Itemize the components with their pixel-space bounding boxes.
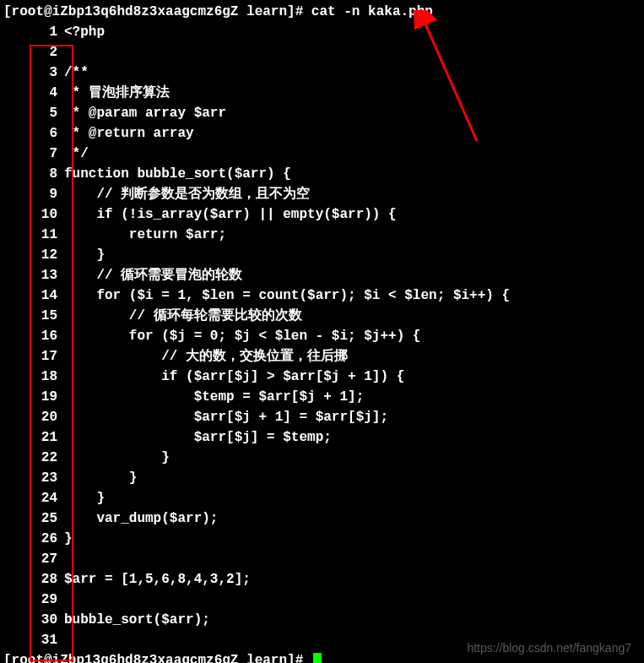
- line-number: 22: [3, 448, 64, 468]
- code-line: 15 // 循环每轮需要比较的次数: [3, 306, 641, 326]
- code-line: 2: [3, 42, 641, 62]
- code-content: /**: [64, 62, 641, 83]
- line-number: 21: [3, 427, 64, 448]
- code-line: 1<?php: [3, 22, 641, 42]
- code-content: * @return array: [64, 123, 641, 144]
- code-content: }: [64, 468, 641, 488]
- line-number: 5: [3, 103, 64, 123]
- code-content: function bubble_sort($arr) {: [64, 164, 641, 184]
- code-line: 23 }: [3, 468, 641, 488]
- line-number: 16: [3, 326, 64, 346]
- terminal-window: [root@iZbp13q6hd8z3xaagcmz6gZ learn]# ca…: [0, 0, 644, 663]
- line-number: 6: [3, 123, 64, 144]
- code-content: // 大的数，交换位置，往后挪: [64, 346, 641, 367]
- line-number: 24: [3, 488, 64, 508]
- code-content: if (!is_array($arr) || empty($arr)) {: [64, 204, 641, 225]
- code-content: bubble_sort($arr);: [64, 610, 641, 630]
- code-content: * 冒泡排序算法: [64, 83, 641, 103]
- code-line: 16 for ($j = 0; $j < $len - $i; $j++) {: [3, 326, 641, 346]
- terminal-cursor: [313, 653, 322, 664]
- code-content: return $arr;: [64, 225, 641, 245]
- code-line: 11 return $arr;: [3, 225, 641, 245]
- code-line: 7 */: [3, 144, 641, 164]
- code-output: 1<?php23/**4 * 冒泡排序算法5 * @param array $a…: [3, 22, 641, 650]
- line-number: 14: [3, 285, 64, 306]
- prompt-top: [root@iZbp13q6hd8z3xaagcmz6gZ learn]# ca…: [3, 2, 641, 22]
- code-line: 26}: [3, 529, 641, 549]
- code-line: 4 * 冒泡排序算法: [3, 83, 641, 103]
- code-line: 14 for ($i = 1, $len = count($arr); $i <…: [3, 285, 641, 306]
- line-number: 9: [3, 184, 64, 204]
- code-content: $temp = $arr[$j + 1];: [64, 387, 641, 407]
- code-content: * @param array $arr: [64, 103, 641, 123]
- line-number: 23: [3, 468, 64, 488]
- line-number: 7: [3, 144, 64, 164]
- code-line: 18 if ($arr[$j] > $arr[$j + 1]) {: [3, 367, 641, 387]
- line-number: 29: [3, 590, 64, 610]
- code-content: var_dump($arr);: [64, 508, 641, 529]
- line-number: 30: [3, 610, 64, 630]
- code-content: [64, 549, 641, 569]
- code-content: // 判断参数是否为数组，且不为空: [64, 184, 641, 204]
- code-line: 12 }: [3, 245, 641, 265]
- code-content: $arr[$j] = $temp;: [64, 427, 641, 448]
- line-number: 13: [3, 265, 64, 285]
- line-number: 15: [3, 306, 64, 326]
- line-number: 12: [3, 245, 64, 265]
- watermark-text: https://blog.csdn.net/fangkang7: [467, 641, 631, 655]
- line-number: 26: [3, 529, 64, 549]
- code-content: }: [64, 245, 641, 265]
- code-line: 30bubble_sort($arr);: [3, 610, 641, 630]
- code-content: [64, 42, 641, 62]
- code-line: 13 // 循环需要冒泡的轮数: [3, 265, 641, 285]
- code-line: 22 }: [3, 448, 641, 468]
- line-number: 8: [3, 164, 64, 184]
- line-number: 19: [3, 387, 64, 407]
- line-number: 4: [3, 83, 64, 103]
- line-number: 27: [3, 549, 64, 569]
- code-content: for ($i = 1, $len = count($arr); $i < $l…: [64, 285, 641, 306]
- code-line: 24 }: [3, 488, 641, 508]
- code-line: 29: [3, 590, 641, 610]
- code-content: [64, 590, 641, 610]
- code-content: }: [64, 529, 641, 549]
- line-number: 25: [3, 508, 64, 529]
- line-number: 2: [3, 42, 64, 62]
- line-number: 11: [3, 225, 64, 245]
- code-content: <?php: [64, 22, 641, 42]
- code-content: // 循环每轮需要比较的次数: [64, 306, 641, 326]
- code-content: $arr[$j + 1] = $arr[$j];: [64, 407, 641, 427]
- line-number: 1: [3, 22, 64, 42]
- code-content: if ($arr[$j] > $arr[$j + 1]) {: [64, 367, 641, 387]
- code-line: 6 * @return array: [3, 123, 641, 144]
- code-line: 28$arr = [1,5,6,8,4,3,2];: [3, 569, 641, 590]
- code-line: 20 $arr[$j + 1] = $arr[$j];: [3, 407, 641, 427]
- code-line: 21 $arr[$j] = $temp;: [3, 427, 641, 448]
- line-number: 31: [3, 630, 64, 650]
- code-line: 10 if (!is_array($arr) || empty($arr)) {: [3, 204, 641, 225]
- code-content: }: [64, 488, 641, 508]
- line-number: 10: [3, 204, 64, 225]
- code-content: // 循环需要冒泡的轮数: [64, 265, 641, 285]
- code-line: 3/**: [3, 62, 641, 83]
- line-number: 18: [3, 367, 64, 387]
- prompt-bottom-text: [root@iZbp13q6hd8z3xaagcmz6gZ learn]#: [3, 650, 311, 663]
- code-content: }: [64, 448, 641, 468]
- line-number: 28: [3, 569, 64, 590]
- code-line: 17 // 大的数，交换位置，往后挪: [3, 346, 641, 367]
- line-number: 17: [3, 346, 64, 367]
- code-line: 8function bubble_sort($arr) {: [3, 164, 641, 184]
- code-content: $arr = [1,5,6,8,4,3,2];: [64, 569, 641, 590]
- line-number: 20: [3, 407, 64, 427]
- code-line: 19 $temp = $arr[$j + 1];: [3, 387, 641, 407]
- code-line: 27: [3, 549, 641, 569]
- code-line: 25 var_dump($arr);: [3, 508, 641, 529]
- line-number: 3: [3, 62, 64, 83]
- code-line: 9 // 判断参数是否为数组，且不为空: [3, 184, 641, 204]
- code-content: */: [64, 144, 641, 164]
- code-line: 5 * @param array $arr: [3, 103, 641, 123]
- code-content: for ($j = 0; $j < $len - $i; $j++) {: [64, 326, 641, 346]
